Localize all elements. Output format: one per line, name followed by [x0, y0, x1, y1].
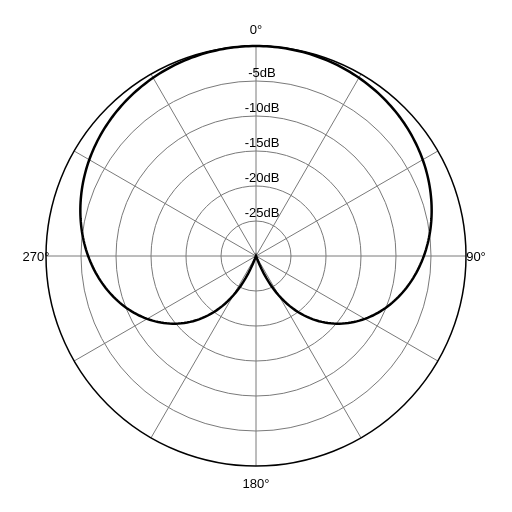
svg-line-9: [256, 256, 438, 361]
ring-labels: -5dB-10dB-15dB-20dB-25dB: [245, 65, 280, 220]
svg-line-15: [74, 151, 256, 256]
polar-chart: -5dB-10dB-15dB-20dB-25dB 0° 90° 180° 270…: [0, 0, 512, 512]
angle-label-0: 0°: [250, 22, 262, 37]
ring-label: -20dB: [245, 170, 280, 185]
ring-label: -5dB: [248, 65, 275, 80]
ring-label: -25dB: [245, 205, 280, 220]
svg-line-16: [151, 74, 256, 256]
angle-label-270: 270°: [23, 249, 50, 264]
angle-label-180: 180°: [243, 476, 270, 491]
ring-label: -10dB: [245, 100, 280, 115]
svg-line-10: [256, 256, 361, 438]
ring-label: -15dB: [245, 135, 280, 150]
svg-line-12: [151, 256, 256, 438]
svg-line-7: [256, 151, 438, 256]
angle-label-90: 90°: [466, 249, 486, 264]
svg-line-13: [74, 256, 256, 361]
